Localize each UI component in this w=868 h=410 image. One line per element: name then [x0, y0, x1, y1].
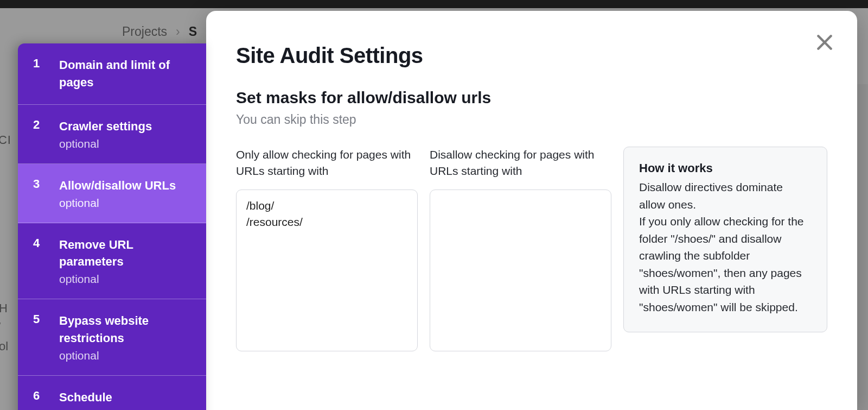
- step-optional: optional: [59, 273, 193, 286]
- step-subtitle: You can skip this step: [236, 112, 827, 127]
- step-label: Bypass website restrictions: [59, 312, 193, 347]
- wizard-step-4[interactable]: 4Remove URL parametersoptional: [18, 223, 206, 300]
- step-label: Remove URL parameters: [59, 236, 193, 271]
- wizard-steps: 1Domain and limit of pages2Crawler setti…: [18, 43, 206, 410]
- step-label: Schedule: [59, 389, 193, 406]
- step-number: 2: [33, 118, 44, 150]
- dialog-title: Site Audit Settings: [236, 43, 827, 68]
- allow-urls-input[interactable]: [236, 190, 418, 351]
- info-text: Disallow directives dominate allow ones.…: [639, 179, 812, 316]
- step-label: Allow/disallow URLs: [59, 177, 193, 194]
- step-number: 1: [33, 56, 44, 91]
- wizard-step-5[interactable]: 5Bypass website restrictionsoptional: [18, 299, 206, 376]
- how-it-works-box: How it works Disallow directives dominat…: [623, 147, 827, 332]
- wizard-step-2[interactable]: 2Crawler settingsoptional: [18, 105, 206, 164]
- info-title: How it works: [639, 161, 812, 175]
- step-optional: optional: [59, 137, 193, 150]
- step-optional: optional: [59, 197, 193, 210]
- allow-label: Only allow checking for pages with URLs …: [236, 147, 418, 180]
- step-number: 3: [33, 177, 44, 210]
- step-number: 6: [33, 389, 44, 410]
- step-number: 4: [33, 236, 44, 286]
- step-number: 5: [33, 312, 44, 362]
- step-title: Set masks for allow/disallow urls: [236, 89, 827, 107]
- settings-dialog: Site Audit Settings Set masks for allow/…: [206, 11, 857, 410]
- wizard-step-6[interactable]: 6Scheduleoptional: [18, 376, 206, 410]
- wizard-step-1[interactable]: 1Domain and limit of pages: [18, 43, 206, 105]
- step-label: Crawler settings: [59, 118, 193, 135]
- disallow-urls-input[interactable]: [430, 190, 611, 351]
- step-label: Domain and limit of pages: [59, 56, 193, 91]
- step-optional: optional: [59, 349, 193, 362]
- wizard-step-3[interactable]: 3Allow/disallow URLsoptional: [18, 164, 206, 223]
- disallow-label: Disallow checking for pages with URLs st…: [430, 147, 611, 180]
